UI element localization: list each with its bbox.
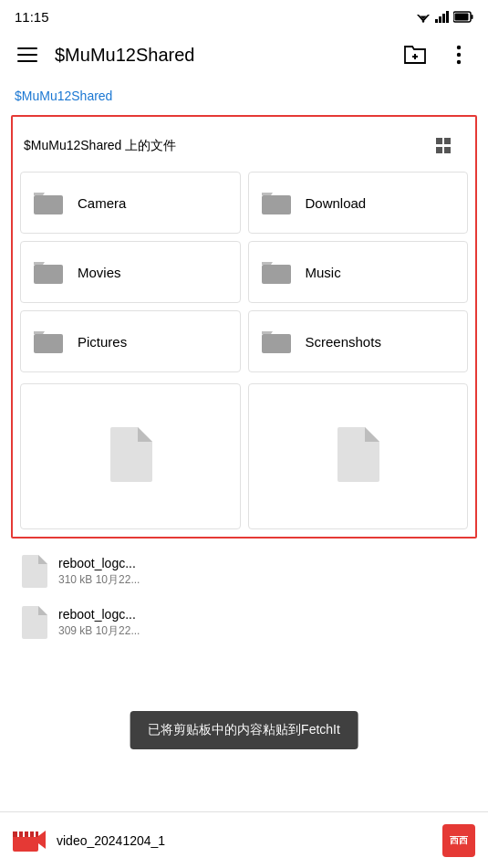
file-list-item-0[interactable]: reboot_logc... 310 kB 10月22... bbox=[22, 546, 466, 597]
svg-rect-25 bbox=[262, 334, 291, 353]
svg-rect-24 bbox=[34, 334, 63, 353]
breadcrumb-text: $MuMu12Shared bbox=[15, 89, 112, 103]
folder-item-download[interactable]: Download bbox=[248, 172, 469, 234]
file-meta-0: 310 kB 10月22... bbox=[58, 572, 466, 588]
status-time: 11:15 bbox=[15, 9, 49, 25]
file-list: reboot_logc... 310 kB 10月22... reboot_lo… bbox=[22, 546, 466, 648]
folder-icon-pictures bbox=[32, 328, 65, 355]
svg-rect-20 bbox=[34, 195, 63, 214]
logo-text: 西西 bbox=[450, 834, 468, 847]
folder-item-camera[interactable]: Camera bbox=[20, 172, 241, 234]
snackbar: 已将剪贴板中的内容粘贴到FetchIt bbox=[130, 711, 358, 749]
folder-name-movies: Movies bbox=[78, 265, 121, 280]
folder-icon-screenshots bbox=[260, 328, 293, 355]
battery-icon bbox=[453, 11, 473, 23]
app-bar: $MuMu12Shared bbox=[0, 29, 488, 80]
app-bar-actions bbox=[397, 37, 477, 73]
folder-item-music[interactable]: Music bbox=[248, 241, 469, 303]
bottom-bar-logo: 西西 bbox=[442, 824, 475, 857]
svg-rect-9 bbox=[472, 15, 473, 19]
status-icons bbox=[415, 10, 473, 23]
video-icon bbox=[13, 827, 46, 854]
status-bar: 11:15 bbox=[0, 0, 488, 29]
content-area: $MuMu12Shared 上的文件 C bbox=[0, 115, 488, 648]
folder-icon-movies bbox=[32, 258, 65, 286]
view-toggle-button[interactable] bbox=[428, 128, 464, 164]
svg-rect-6 bbox=[442, 14, 445, 23]
svg-point-15 bbox=[457, 60, 461, 64]
hamburger-line-3 bbox=[17, 60, 37, 62]
folder-item-pictures[interactable]: Pictures bbox=[20, 310, 241, 372]
folder-icon-music bbox=[260, 258, 293, 286]
hamburger-menu[interactable] bbox=[11, 38, 44, 71]
empty-file-2[interactable] bbox=[248, 383, 469, 529]
svg-rect-7 bbox=[446, 11, 449, 23]
app-bar-title: $MuMu12Shared bbox=[55, 45, 386, 66]
bottom-bar: video_20241204_1 西西 bbox=[0, 811, 488, 868]
wifi-icon bbox=[415, 10, 431, 23]
file-name-0: reboot_logc... bbox=[58, 556, 466, 570]
breadcrumb[interactable]: $MuMu12Shared bbox=[0, 80, 488, 115]
svg-rect-22 bbox=[34, 265, 63, 284]
svg-point-14 bbox=[457, 53, 461, 57]
empty-file-icon-1 bbox=[109, 427, 152, 486]
folder-name-music: Music bbox=[306, 265, 341, 280]
svg-point-13 bbox=[457, 46, 461, 49]
file-meta-1: 309 kB 10月22... bbox=[58, 623, 466, 639]
folder-name-camera: Camera bbox=[78, 195, 126, 211]
svg-rect-16 bbox=[436, 138, 442, 144]
folder-name-screenshots: Screenshots bbox=[306, 334, 381, 350]
list-view-icon bbox=[436, 138, 456, 154]
signal-icon bbox=[435, 10, 450, 23]
svg-rect-18 bbox=[436, 147, 442, 153]
files-label: $MuMu12Shared 上的文件 bbox=[24, 138, 176, 154]
hamburger-line-2 bbox=[17, 54, 37, 56]
more-options-button[interactable] bbox=[441, 37, 477, 73]
more-vert-icon bbox=[456, 45, 462, 65]
svg-rect-4 bbox=[435, 19, 438, 23]
svg-rect-10 bbox=[455, 13, 469, 20]
file-list-icon-0 bbox=[22, 555, 47, 588]
empty-files-grid bbox=[13, 383, 475, 537]
hamburger-line-1 bbox=[17, 47, 37, 49]
svg-rect-19 bbox=[444, 147, 451, 153]
folders-grid: Camera Download bbox=[13, 172, 475, 380]
folder-item-screenshots[interactable]: Screenshots bbox=[248, 310, 469, 372]
selection-box: $MuMu12Shared 上的文件 C bbox=[11, 115, 477, 539]
empty-file-1[interactable] bbox=[20, 383, 241, 529]
folder-name-download: Download bbox=[306, 195, 367, 211]
file-name-1: reboot_logc... bbox=[58, 607, 466, 622]
add-folder-button[interactable] bbox=[397, 37, 433, 73]
empty-file-icon-2 bbox=[336, 427, 379, 486]
svg-rect-23 bbox=[262, 265, 291, 284]
file-list-item-1[interactable]: reboot_logc... 309 kB 10月22... bbox=[22, 597, 466, 648]
files-header: $MuMu12Shared 上的文件 bbox=[13, 117, 475, 172]
file-list-icon-1 bbox=[22, 606, 47, 639]
file-info-0: reboot_logc... 310 kB 10月22... bbox=[58, 556, 466, 588]
svg-point-3 bbox=[422, 20, 424, 22]
folder-item-movies[interactable]: Movies bbox=[20, 241, 241, 303]
file-info-1: reboot_logc... 309 kB 10月22... bbox=[58, 607, 466, 639]
svg-rect-17 bbox=[444, 138, 451, 144]
svg-marker-27 bbox=[38, 831, 46, 849]
folder-name-pictures: Pictures bbox=[78, 334, 127, 350]
folder-icon-camera bbox=[32, 189, 65, 216]
add-folder-icon bbox=[403, 45, 427, 65]
folder-icon-download bbox=[260, 189, 293, 216]
bottom-bar-filename: video_20241204_1 bbox=[57, 833, 431, 848]
svg-rect-5 bbox=[439, 16, 441, 23]
snackbar-text: 已将剪贴板中的内容粘贴到FetchIt bbox=[148, 722, 340, 737]
svg-rect-21 bbox=[262, 195, 291, 214]
